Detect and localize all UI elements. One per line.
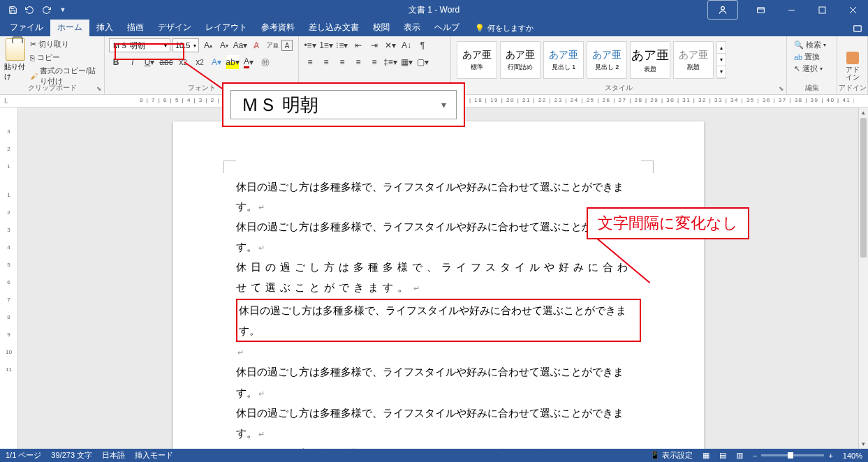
increase-indent-button[interactable]: ⇥ bbox=[367, 38, 381, 52]
numbering-button[interactable]: 1≡▾ bbox=[319, 38, 333, 52]
text-effects-button[interactable]: A▾ bbox=[209, 55, 223, 69]
sort-button[interactable]: A↓ bbox=[399, 38, 413, 52]
align-left-button[interactable]: ≡ bbox=[303, 55, 317, 69]
tab-view[interactable]: 表示 bbox=[397, 19, 427, 36]
tab-help[interactable]: ヘルプ bbox=[427, 19, 466, 36]
tab-layout[interactable]: レイアウト bbox=[198, 19, 254, 36]
enclose-char-button[interactable]: ㊕ bbox=[258, 55, 272, 69]
tab-selector[interactable]: L bbox=[4, 97, 8, 105]
change-case-button[interactable]: Aa▾ bbox=[233, 38, 247, 52]
align-right-button[interactable]: ≡ bbox=[335, 55, 349, 69]
font-name-combobox[interactable]: ＭＳ 明朝▾ bbox=[109, 38, 170, 52]
distribute-button[interactable]: ≡ bbox=[367, 55, 381, 69]
style-subtitle[interactable]: あア亜副題 bbox=[673, 41, 714, 79]
style-title[interactable]: あア亜表題 bbox=[630, 41, 670, 79]
tab-file[interactable]: ファイル bbox=[3, 19, 50, 36]
save-icon[interactable] bbox=[7, 4, 18, 15]
addins-button[interactable]: アド イン bbox=[846, 52, 860, 81]
shrink-font-button[interactable]: A▾ bbox=[217, 38, 231, 52]
asian-layout-button[interactable]: ✕▾ bbox=[383, 38, 397, 52]
status-language[interactable]: 日本語 bbox=[102, 450, 125, 461]
tab-home[interactable]: ホーム bbox=[50, 19, 89, 36]
document-line[interactable]: 休日の過ごし方は多種多様で、ライフスタイルや好みに合わせて選ぶことができます。↵ bbox=[236, 362, 641, 403]
style-heading1[interactable]: あア亜見出し 1 bbox=[543, 41, 584, 79]
align-center-button[interactable]: ≡ bbox=[319, 55, 333, 69]
account-icon[interactable] bbox=[707, 0, 738, 20]
style-normal[interactable]: あア亜標準 bbox=[457, 41, 497, 79]
replace-button[interactable]: ab置換 bbox=[794, 52, 830, 62]
page-scroll[interactable]: 休日の過ごし方は多種多様で、ライフスタイルや好みに合わせて選ぶことができます。↵… bbox=[18, 107, 858, 449]
borders-button[interactable]: ▢▾ bbox=[415, 55, 429, 69]
tab-insert[interactable]: 挿入 bbox=[89, 19, 120, 36]
styles-expand-icon[interactable]: ▾ bbox=[717, 66, 726, 78]
justify-button[interactable]: ≡ bbox=[351, 55, 365, 69]
vertical-ruler[interactable]: 3211234567891011 bbox=[0, 107, 18, 449]
dialog-launcher-icon[interactable]: ⬊ bbox=[779, 85, 784, 92]
ribbon-display-options-icon[interactable] bbox=[745, 0, 776, 20]
style-heading2[interactable]: あア亜見出し 2 bbox=[587, 41, 627, 79]
superscript-button[interactable]: x2 bbox=[193, 55, 207, 69]
multilevel-list-button[interactable]: ⁝≡▾ bbox=[335, 38, 349, 52]
status-word-count[interactable]: 39/273 文字 bbox=[51, 450, 92, 461]
dialog-launcher-icon[interactable]: ⬊ bbox=[96, 85, 102, 92]
qat-customize-icon[interactable]: ▼ bbox=[57, 4, 68, 15]
vertical-scrollbar[interactable]: ▴ ▾ bbox=[858, 107, 868, 449]
share-button[interactable] bbox=[853, 24, 862, 36]
tell-me-search[interactable]: 💡 何をしますか bbox=[475, 23, 534, 36]
zoom-level[interactable]: 140% bbox=[843, 452, 862, 460]
status-insert-mode[interactable]: 挿入モード bbox=[135, 450, 173, 461]
view-read-mode-icon[interactable]: ▤ bbox=[719, 451, 726, 460]
tab-draw[interactable]: 描画 bbox=[120, 19, 151, 36]
view-print-layout-icon[interactable]: ▦ bbox=[703, 451, 709, 460]
bullets-button[interactable]: •≡▾ bbox=[303, 38, 317, 52]
close-button[interactable] bbox=[837, 0, 868, 20]
display-settings[interactable]: 📱 表示設定 bbox=[650, 450, 693, 461]
document-line[interactable]: 休日の過ごし方は多種多様で、ライフスタイルや好みに合わせて選ぶことができます。↵ bbox=[236, 403, 641, 445]
clear-formatting-button[interactable]: A̷ bbox=[249, 38, 263, 52]
shading-button[interactable]: ▦▾ bbox=[399, 55, 413, 69]
view-web-layout-icon[interactable]: ▥ bbox=[736, 451, 743, 460]
document-line[interactable]: 休日の過ごし方は多種多様で、ライフスタイルや好みに合わせて選ぶことができます。↵ bbox=[236, 444, 641, 449]
maximize-button[interactable] bbox=[807, 0, 837, 20]
cut-button[interactable]: ✂切り取り bbox=[29, 38, 100, 50]
font-color-button[interactable]: A▾ bbox=[242, 55, 256, 69]
zoom-slider[interactable]: − + bbox=[753, 452, 833, 460]
grow-font-button[interactable]: A▴ bbox=[201, 38, 215, 52]
show-marks-button[interactable]: ¶ bbox=[415, 38, 429, 52]
scroll-up-icon[interactable]: ▴ bbox=[859, 107, 868, 117]
zoom-out-icon[interactable]: − bbox=[753, 452, 757, 460]
bold-button[interactable]: B bbox=[109, 55, 123, 69]
scroll-thumb[interactable] bbox=[860, 118, 867, 258]
scroll-down-icon[interactable]: ▾ bbox=[859, 439, 868, 449]
undo-icon[interactable] bbox=[24, 4, 35, 15]
highlight-button[interactable]: ab▾ bbox=[226, 55, 239, 69]
font-size-combobox[interactable]: 10.5▾ bbox=[172, 38, 199, 52]
select-button[interactable]: ↖選択▾ bbox=[794, 64, 830, 74]
document-line[interactable]: 休日の過ごし方は多種多様で、ライフスタイルや好みに合わせて選ぶことができます。↵ bbox=[236, 299, 641, 363]
redo-icon[interactable] bbox=[41, 4, 52, 15]
strikethrough-button[interactable]: abc bbox=[159, 55, 173, 69]
scroll-up-icon[interactable]: ▴ bbox=[717, 42, 726, 54]
document-line[interactable]: 休日の過ごし方は多種多様で、ライフスタイルや好みに合わせて選ぶことができます。↵ bbox=[236, 217, 641, 258]
style-no-spacing[interactable]: あア亜行間詰め bbox=[500, 41, 540, 79]
tab-design[interactable]: デザイン bbox=[151, 19, 198, 36]
find-button[interactable]: 🔍検索▾ bbox=[794, 40, 830, 50]
line-spacing-button[interactable]: ‡≡▾ bbox=[383, 55, 397, 69]
zoom-in-icon[interactable]: + bbox=[828, 452, 832, 460]
underline-button[interactable]: U▾ bbox=[142, 55, 156, 69]
document-line[interactable]: 休日の過ごし方は多種多様で、ライフスタイルや好みに合わせて選ぶことができます。↵ bbox=[236, 177, 641, 217]
status-page[interactable]: 1/1 ページ bbox=[6, 450, 41, 461]
char-border-button[interactable]: A bbox=[281, 40, 293, 51]
tab-mailings[interactable]: 差し込み文書 bbox=[302, 19, 366, 36]
tab-review[interactable]: 校閲 bbox=[366, 19, 397, 36]
phonetic-guide-button[interactable]: ア亜 bbox=[265, 38, 279, 52]
copy-button[interactable]: ⎘コピー bbox=[29, 52, 100, 64]
minimize-button[interactable] bbox=[776, 0, 807, 20]
decrease-indent-button[interactable]: ⇤ bbox=[351, 38, 365, 52]
document-line[interactable]: 休日の過ごし方は多種多様で、ライフスタイルや好みに合わせて選ぶことができます。↵ bbox=[236, 258, 641, 299]
scroll-down-icon[interactable]: ▾ bbox=[717, 54, 726, 66]
tab-references[interactable]: 参考資料 bbox=[254, 19, 302, 36]
document-page[interactable]: 休日の過ごし方は多種多様で、ライフスタイルや好みに合わせて選ぶことができます。↵… bbox=[173, 121, 704, 449]
italic-button[interactable]: I bbox=[126, 55, 140, 69]
subscript-button[interactable]: x2 bbox=[176, 55, 190, 69]
